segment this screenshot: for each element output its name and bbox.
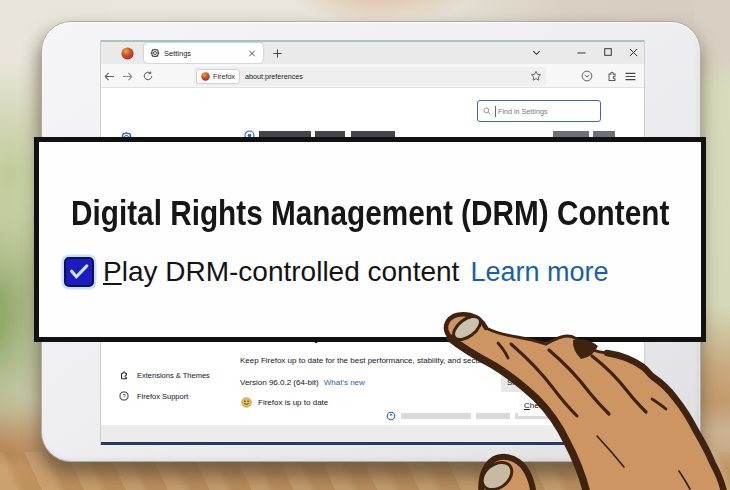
tab-settings[interactable]: Settings [144, 43, 263, 63]
icon-glyph [532, 48, 541, 57]
label-rest: lay DRM-controlled content [122, 256, 460, 287]
forward-button[interactable] [119, 64, 135, 88]
extensions-puzzle-icon[interactable] [604, 64, 620, 88]
url-bar[interactable]: Firefox about:preferences [194, 67, 546, 86]
icon-glyph [606, 70, 618, 82]
chip-label: Firefox [213, 72, 235, 81]
pocket-icon[interactable] [579, 64, 595, 88]
site-identity-chip[interactable]: Firefox [196, 69, 240, 84]
firefox-logo [201, 72, 210, 81]
update-status-text: Firefox is up to date [258, 398, 328, 407]
question-icon: ? [119, 391, 129, 401]
update-status-row: Firefox is up to date [241, 397, 328, 408]
reload-button[interactable] [140, 64, 156, 88]
icon-glyph [581, 70, 593, 82]
icon-glyph [629, 48, 638, 57]
icon-glyph [122, 72, 133, 81]
minimize-button[interactable] [575, 42, 587, 62]
check-for-updates-button[interactable]: Check for updates [518, 396, 595, 416]
bookmark-star-icon[interactable] [530, 70, 542, 84]
firefox-logo [121, 47, 134, 60]
icon-glyph [143, 71, 153, 81]
drm-checkbox[interactable] [64, 257, 94, 287]
hamburger-menu-icon[interactable] [622, 64, 638, 88]
smiley-icon [241, 397, 252, 408]
version-row: Version 96.0.2 (64-bit)What's new [240, 378, 365, 387]
tab-close-icon[interactable] [247, 50, 257, 57]
faded-text-bar [401, 413, 471, 419]
back-button[interactable] [101, 64, 117, 88]
icon-glyph [625, 72, 636, 81]
find-placeholder: Find in Settings [498, 107, 548, 116]
refresh-icon [386, 411, 396, 421]
checkmark-icon [66, 259, 92, 285]
new-tab-button[interactable] [268, 44, 286, 62]
drm-checkbox-row: Play DRM-controlled content Learn more [64, 256, 608, 288]
learn-more-link[interactable]: Learn more [470, 257, 608, 288]
tab-list-chevron-icon[interactable] [530, 42, 542, 62]
url-text: about:preferences [245, 72, 303, 81]
show-update-history-button[interactable]: Show Update History [501, 373, 588, 392]
icon-glyph [530, 70, 542, 82]
drm-checkbox-label: Play DRM-controlled content [103, 256, 459, 288]
plus-icon [273, 49, 282, 58]
whats-new-link[interactable]: What's new [324, 378, 365, 387]
find-in-settings-input[interactable]: Find in Settings [477, 100, 601, 122]
sidebar-item-label: Extensions & Themes [137, 371, 210, 380]
sidebar-item-extensions-themes[interactable]: Extensions & Themes [119, 370, 210, 380]
sidebar-item-firefox-support[interactable]: ? Firefox Support [119, 391, 188, 401]
puzzle-icon [119, 370, 129, 380]
tab-title: Settings [164, 49, 243, 58]
text-caret [495, 106, 496, 117]
drm-zoom-callout: Digital Rights Management (DRM) Content … [34, 137, 706, 342]
faded-text-bar [476, 413, 510, 419]
updates-description: Keep Firefox up to date for the best per… [240, 356, 492, 365]
icon-glyph [577, 48, 586, 57]
sidebar-item-label: Firefox Support [137, 392, 188, 401]
version-text: Version 96.0.2 (64-bit) [240, 378, 319, 387]
accesskey-letter: P [103, 256, 122, 287]
window-bottom-strip [101, 425, 644, 445]
search-icon [483, 107, 491, 115]
window-close-button[interactable] [627, 42, 639, 62]
icon-glyph [604, 48, 612, 56]
window-top-edge [101, 40, 644, 42]
icon-glyph [104, 72, 115, 81]
gear-icon [150, 48, 160, 58]
svg-text:?: ? [122, 393, 125, 399]
maximize-button[interactable] [602, 42, 614, 62]
drm-heading: Digital Rights Management (DRM) Content [71, 193, 669, 233]
label-rest: heck for updates [530, 401, 589, 410]
